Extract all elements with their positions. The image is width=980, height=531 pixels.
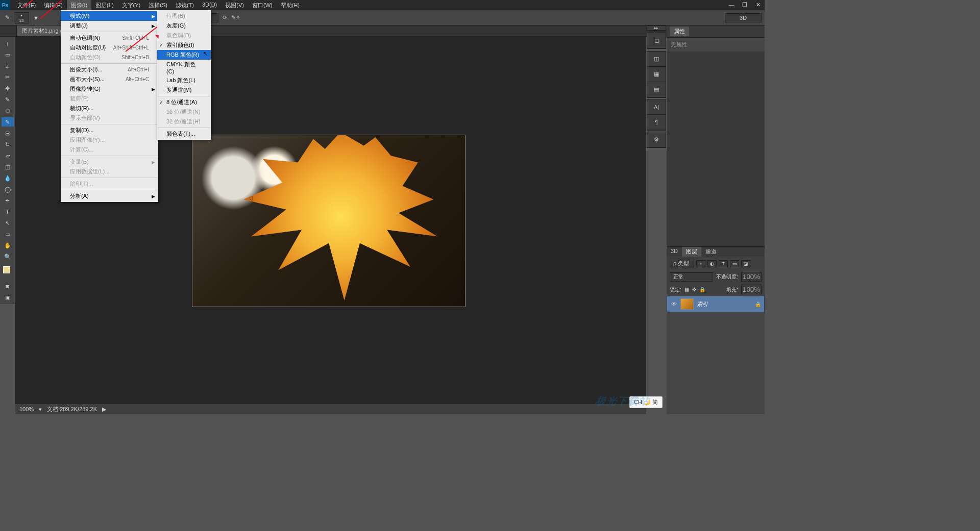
submenu-item-a[interactable]: ✓8 位/通道(A) [157,97,211,107]
menu-item-g[interactable]: 图像旋转(G)▶ [61,84,158,94]
status-doc-info[interactable]: 文档:289.2K/289.2K [47,406,97,413]
history-brush-icon[interactable]: ↻ [2,140,14,149]
tab-channels[interactable]: 通道 [701,247,721,257]
filter-adjust-icon[interactable]: ◐ [707,260,717,267]
filter-shape-icon[interactable]: ▭ [730,260,739,267]
hand-tool-icon[interactable]: ✋ [2,241,14,250]
submenu-item-labl[interactable]: Lab 颜色(L) [157,75,211,85]
submenu-item-g[interactable]: 灰度(G) [157,21,211,31]
styles-panel-icon[interactable]: ▤ [647,82,666,97]
color-swatches[interactable] [3,266,12,275]
menu-view[interactable]: 视图(V) [221,0,248,11]
menu-3d[interactable]: 3D(D) [198,0,221,11]
panel-icon-strip-2: ◫ ▦ ▤ [647,51,666,98]
submenu-item-i[interactable]: ✓索引颜色(I) [157,40,211,50]
submenu-item-t[interactable]: 颜色表(T)... [157,129,211,139]
lock-all-icon[interactable]: 🔒 [699,287,705,292]
wand-tool-icon[interactable]: ✂ [2,72,14,82]
menu-select[interactable]: 选择(S) [144,0,172,11]
menu-item-u[interactable]: 自动对比度(U)Alt+Shift+Ctrl+L [61,43,158,53]
character-panel-icon[interactable]: A| [647,99,666,115]
pen-tool-icon[interactable]: ✒ [2,196,14,205]
tool-preset-icon[interactable]: ✎ [5,14,10,21]
submenu-item-cmykc[interactable]: CMYK 颜色(C) [157,60,211,75]
eraser-tool-icon[interactable]: ▱ [2,151,14,160]
menu-image[interactable]: 图像(I) [67,0,91,11]
menu-edit[interactable]: 编辑(E) [40,0,67,11]
paragraph-panel-icon[interactable]: ¶ [647,115,666,130]
layer-row[interactable]: 👁 索引 🔒 [667,296,765,312]
pressure-size-icon[interactable]: ⟳ [223,14,227,21]
brush-preview[interactable]: • 13 [14,12,29,23]
dodge-tool-icon[interactable]: ◯ [2,185,14,194]
menu-window[interactable]: 窗口(W) [248,0,277,11]
menu-item-j[interactable]: 调整(J)▶ [61,21,158,31]
marquee-tool-icon[interactable]: ▭ [2,50,14,59]
gradient-tool-icon[interactable]: ◫ [2,162,14,171]
status-chevron-icon[interactable]: ▾ [39,406,42,413]
blend-mode-select[interactable]: 正常 [670,272,713,282]
menu-layer[interactable]: 图层(L) [91,0,117,11]
menu-type[interactable]: 文字(Y) [118,0,145,11]
adjustments-panel-icon[interactable]: ⚙ [647,132,666,147]
tab-layers[interactable]: 图层 [682,247,701,257]
eyedropper-tool-icon[interactable]: ✎ [2,95,14,104]
fill-input[interactable] [741,285,762,294]
zoom-tool-icon[interactable]: 🔍 [2,252,14,261]
filter-smart-icon[interactable]: ◪ [741,260,750,267]
lock-pixels-icon[interactable]: ▦ [684,287,689,292]
menu-filter[interactable]: 滤镜(T) [172,0,198,11]
crop-tool-icon[interactable]: ✥ [2,84,14,93]
mode-submenu: ↖ 位图(B)灰度(G)双色调(D)✓索引颜色(I)RGB 颜色(R)CMYK … [157,10,211,140]
tab-3d[interactable]: 3D [667,247,682,257]
properties-panel-header: 属性 [667,26,765,38]
fg-color-swatch[interactable] [3,266,10,273]
menu-item-b: 变量(B)▶ [61,157,158,167]
layer-filter-row: ρ 类型 ▫ ◐ T ▭ ◪ [667,257,765,270]
stamp-tool-icon[interactable]: ⊟ [2,129,14,138]
menu-item-m[interactable]: 模式(M)▶ [61,11,158,21]
menu-help[interactable]: 帮助(H) [277,0,304,11]
path-tool-icon[interactable]: ↖ [2,218,14,227]
minimize-button[interactable]: — [725,0,738,9]
lasso-tool-icon[interactable]: ⟀ [2,61,14,70]
status-zoom[interactable]: 100% [19,406,34,412]
move-tool-icon[interactable]: ↕ [2,39,14,48]
status-arrow-icon[interactable]: ▶ [102,406,106,413]
maximize-button[interactable]: ❐ [738,0,751,9]
blur-tool-icon[interactable]: 💧 [2,173,14,183]
menu-item-d[interactable]: 复制(D)... [61,125,158,135]
menu-item-l: 应用数据组(L)... [61,167,158,176]
menu-item-r[interactable]: 裁切(R)... [61,104,158,113]
toolbox: ↕ ▭ ⟀ ✂ ✥ ✎ ⦵ ✎ ⊟ ↻ ▱ ◫ 💧 ◯ ✒ T ↖ ▭ ✋ 🔍 … [0,37,15,304]
document-canvas[interactable]: ☟ [192,135,465,307]
color-panel-icon[interactable]: ◫ [647,52,666,67]
visibility-toggle-icon[interactable]: 👁 [670,301,677,307]
quickmask-icon[interactable]: ◙ [2,282,14,291]
opacity-input[interactable] [741,272,762,282]
history-panel-icon[interactable]: ◻ [647,33,666,48]
type-tool-icon[interactable]: T [2,207,14,216]
filter-type-select[interactable]: ρ 类型 [670,259,694,268]
menu-item-s[interactable]: 画布大小(S)...Alt+Ctrl+C [61,74,158,84]
brush-picker-icon[interactable]: ▼ [33,15,39,21]
airbrush-icon[interactable]: ✎✧ [231,14,240,21]
panel-collapse-toggle[interactable]: ▸▸ [647,26,666,31]
menu-item-i[interactable]: 图像大小(I)...Alt+Ctrl+I [61,65,158,74]
layer-thumbnail[interactable] [680,298,694,310]
filter-type-icon[interactable]: T [719,260,728,267]
screenmode-icon[interactable]: ▣ [2,293,14,302]
fill-label: 填充: [726,286,738,293]
workspace-select[interactable]: 3D [725,13,762,22]
filter-pixel-icon[interactable]: ▫ [696,260,705,267]
submenu-item-m[interactable]: 多通道(M) [157,85,211,95]
brush-tool-icon[interactable]: ✎ [2,117,14,127]
layer-name[interactable]: 索引 [697,300,752,308]
swatches-panel-icon[interactable]: ▦ [647,67,666,82]
lock-position-icon[interactable]: ✜ [692,287,696,292]
menu-item-a[interactable]: 分析(A)▶ [61,191,158,201]
spot-heal-tool-icon[interactable]: ⦵ [2,106,14,115]
shape-tool-icon[interactable]: ▭ [2,230,14,239]
properties-tab[interactable]: 属性 [670,27,689,36]
close-button[interactable]: ✕ [751,0,765,9]
